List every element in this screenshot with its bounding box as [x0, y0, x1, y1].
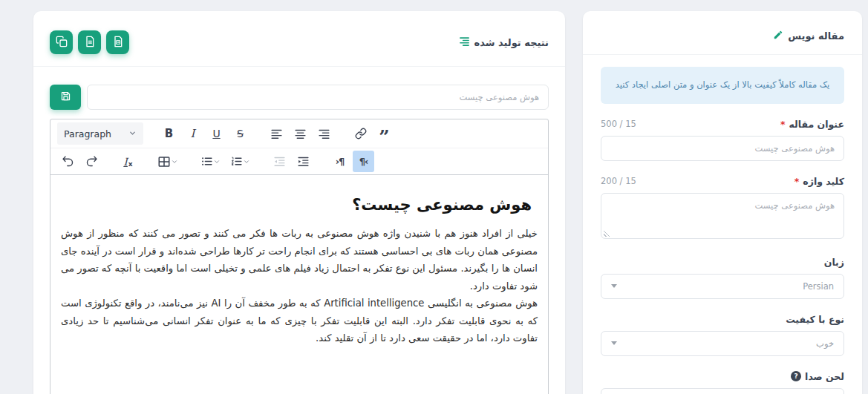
- chevron-down-icon: [213, 158, 221, 165]
- align-left-icon: [270, 128, 283, 140]
- indent-button[interactable]: [293, 151, 314, 172]
- required-asterisk: *: [794, 176, 800, 187]
- text-direction-rtl-button[interactable]: ¶‹: [353, 151, 374, 172]
- underline-button[interactable]: U: [206, 123, 227, 145]
- caret-down-icon: [611, 284, 617, 288]
- title-char-counter: 500 / 15: [601, 119, 636, 129]
- export-word-button[interactable]: w: [106, 30, 129, 54]
- editor-content[interactable]: هوش مصنوعی چیست؟ خیلی از افراد هنوز هم ب…: [50, 174, 548, 394]
- article-title-input[interactable]: [87, 85, 549, 110]
- resize-grip-icon[interactable]: [604, 230, 610, 237]
- undo-icon: [62, 155, 74, 168]
- article-heading: هوش مصنوعی چیست؟: [61, 196, 532, 214]
- italic-button[interactable]: I: [182, 123, 203, 145]
- article-title-field[interactable]: [601, 136, 844, 161]
- pencil-icon: [773, 30, 783, 42]
- quality-label: نوع با کیفیت: [786, 314, 844, 325]
- article-writer-sidebar: مقاله نویس یک مقاله کاملاً کیفیت بالا از…: [583, 11, 862, 394]
- rich-text-editor: Paragraph B I U S ”: [50, 119, 549, 394]
- align-center-icon: [294, 128, 307, 140]
- word-file-icon: w: [112, 36, 124, 50]
- bold-button[interactable]: B: [158, 123, 180, 145]
- article-paragraph: هوش مصنوعی به انگلیسی Artificial intelli…: [61, 295, 538, 347]
- field-language: زبان Persian: [601, 257, 844, 299]
- keyword-field[interactable]: [601, 193, 844, 239]
- export-buttons: w: [50, 30, 129, 54]
- align-left-button[interactable]: [266, 123, 287, 145]
- link-icon: [355, 128, 367, 139]
- result-title: نتیجه تولید شده: [459, 36, 549, 49]
- floppy-icon: [60, 91, 71, 104]
- numbered-list-icon: [230, 155, 243, 168]
- field-tone: لحن صدا ? حرفه ای: [601, 371, 844, 394]
- remove-format-button[interactable]: Ix: [117, 151, 139, 172]
- align-right-button[interactable]: [313, 123, 335, 145]
- file-lines-icon: [84, 36, 96, 50]
- help-icon[interactable]: ?: [791, 371, 801, 381]
- numbered-list-button[interactable]: [226, 151, 254, 172]
- strikethrough-button[interactable]: S: [229, 123, 251, 145]
- sidebar-body: یک مقاله کاملاً کیفیت بالا از یک عنوان و…: [583, 55, 862, 394]
- keyword-label: کلید واژه*: [794, 176, 844, 187]
- chevron-down-icon: [243, 158, 250, 165]
- align-lines-icon: [459, 36, 470, 49]
- result-title-label: نتیجه تولید شده: [474, 37, 549, 48]
- quality-select[interactable]: خوب: [601, 331, 844, 356]
- quality-value: خوب: [816, 338, 834, 349]
- copy-button[interactable]: [50, 30, 73, 54]
- bulleted-list-icon: [200, 155, 213, 168]
- tone-select[interactable]: حرفه ای: [601, 388, 844, 394]
- redo-icon: [85, 155, 98, 168]
- copy-icon: [56, 36, 68, 50]
- insert-table-button[interactable]: [154, 151, 182, 172]
- export-text-button[interactable]: [78, 30, 101, 54]
- keyword-char-counter: 200 / 15: [601, 176, 636, 186]
- save-row: [50, 85, 549, 110]
- tone-label: لحن صدا ?: [791, 371, 844, 382]
- result-header: w نتیجه تولید شده: [33, 11, 565, 66]
- header-divider: [33, 66, 565, 67]
- text-direction-ltr-button[interactable]: ›¶: [329, 151, 350, 172]
- sidebar-header: مقاله نویس: [583, 11, 862, 54]
- toolbar-row-2: Ix ›¶ ¶‹: [50, 148, 548, 174]
- caret-down-icon: [611, 341, 617, 345]
- info-message: یک مقاله کاملاً کیفیت بالا از یک عنوان و…: [601, 67, 844, 104]
- sidebar-title: مقاله نویس: [788, 30, 844, 42]
- chevron-down-icon: [128, 128, 137, 139]
- undo-button[interactable]: [57, 151, 79, 172]
- align-center-button[interactable]: [290, 123, 311, 145]
- language-label: زبان: [824, 257, 844, 268]
- result-panel: w نتیجه تولید شده Paragraph: [33, 11, 565, 394]
- field-keyword: کلید واژه* 200 / 15: [601, 176, 844, 242]
- field-article-title: عنوان مقاله* 500 / 15: [601, 119, 844, 161]
- redo-button[interactable]: [81, 151, 102, 172]
- align-right-icon: [318, 128, 330, 140]
- remove-format-sub: x: [128, 160, 133, 168]
- required-asterisk: *: [780, 119, 786, 130]
- save-button[interactable]: [50, 85, 81, 110]
- bulleted-list-button[interactable]: [197, 151, 224, 172]
- chevron-down-icon: [171, 158, 178, 165]
- table-icon: [157, 155, 171, 168]
- indent-icon: [297, 155, 310, 168]
- article-paragraph: خیلی از افراد هنوز هم با شنیدن واژه هوش …: [61, 225, 538, 295]
- language-value: Persian: [803, 281, 834, 292]
- language-select[interactable]: Persian: [601, 274, 844, 299]
- remove-format-icon: I: [123, 156, 128, 168]
- outdent-icon: [273, 155, 286, 168]
- field-quality: نوع با کیفیت خوب: [601, 314, 844, 356]
- block-quote-button[interactable]: ”: [373, 123, 395, 145]
- link-button[interactable]: [350, 123, 371, 145]
- paragraph-style-label: Paragraph: [64, 128, 111, 139]
- outdent-button[interactable]: [269, 151, 290, 172]
- toolbar-row-1: Paragraph B I U S ”: [50, 119, 548, 148]
- paragraph-style-dropdown[interactable]: Paragraph: [57, 122, 143, 145]
- article-title-label: عنوان مقاله*: [780, 119, 844, 130]
